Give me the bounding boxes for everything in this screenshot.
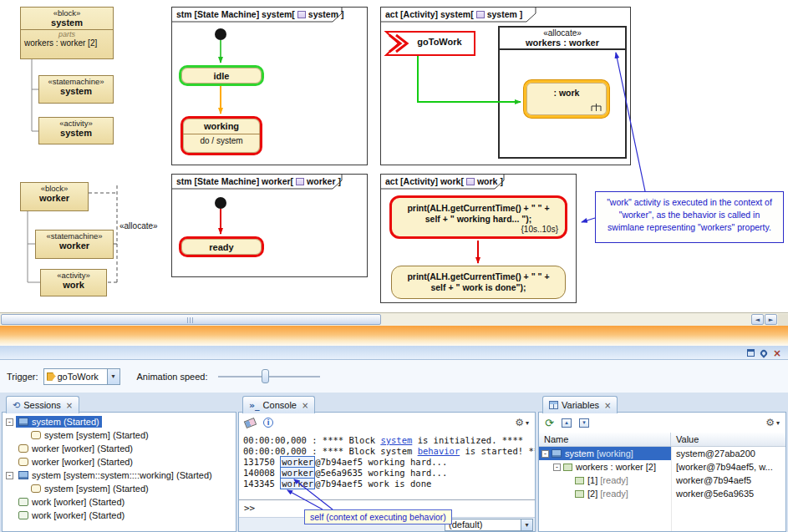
scroll-right-button[interactable]: ► <box>765 314 777 325</box>
tab-sessions[interactable]: ⟲ Sessions × <box>6 396 79 413</box>
session-label: system (Started) <box>32 417 99 427</box>
slider-thumb[interactable] <box>262 369 269 383</box>
variables-rows: -system [working]system@27aba200-workers… <box>539 447 785 531</box>
console-scope-value: (default) <box>445 519 521 529</box>
sessions-tab-label: Sessions <box>23 400 61 410</box>
variable-name: system [working] <box>565 448 633 459</box>
session-tree-item[interactable]: -system (Started) <box>3 415 236 428</box>
tab-console[interactable]: »_ Console × <box>242 396 315 413</box>
console-options-button[interactable]: ⚙ ▾ <box>515 418 529 428</box>
console-line: 00:00:00,000 : **** Block system is init… <box>243 435 531 446</box>
session-tree-item[interactable]: worker [worker] (Started) <box>3 455 236 469</box>
console-toolbar: i ⚙ ▾ <box>239 413 535 433</box>
diagram-canvas[interactable]: «block» system parts workers : worker [2… <box>0 0 788 312</box>
sessions-icon: ⟲ <box>13 401 20 410</box>
expand-all-icon[interactable]: ▴ <box>565 419 568 426</box>
work-action-label: : work <box>526 83 607 99</box>
scroll-left-button[interactable]: ◄ <box>751 314 764 325</box>
idle-state[interactable]: idle <box>179 65 264 86</box>
pin-icon[interactable] <box>759 348 768 357</box>
variable-value: system@27aba200 <box>671 448 755 459</box>
dropdown-arrow-icon[interactable]: ▾ <box>107 369 119 384</box>
ready-state[interactable]: ready <box>179 236 264 257</box>
column-header-value[interactable]: Value <box>671 434 699 444</box>
working-do-activity-label: do / system <box>183 134 260 145</box>
gotowork-accept-event[interactable]: goToWork <box>406 37 473 47</box>
session-label: system [system] (Started) <box>44 430 149 440</box>
console-object-ref[interactable]: worker <box>280 456 315 468</box>
scrollbar-thumb[interactable] <box>1 314 381 325</box>
close-icon[interactable]: × <box>302 401 308 410</box>
trigger-dropdown[interactable]: goToWork ▾ <box>43 368 120 385</box>
console-link[interactable]: system <box>380 435 412 445</box>
tree-expander-icon[interactable]: - <box>6 472 13 479</box>
stm-worker-frame[interactable] <box>171 174 368 277</box>
act-icon <box>18 511 28 519</box>
console-object-ref[interactable]: worker <box>280 467 315 479</box>
console-text: is initialized. **** <box>412 435 523 445</box>
tree-expander-icon[interactable]: - <box>541 450 549 458</box>
console-text: 143345 <box>243 479 280 489</box>
session-tree-item[interactable]: worker [worker] (Started) <box>3 442 236 455</box>
variable-row[interactable]: -workers : worker [2][worker@7b94aef5, w… <box>539 460 785 474</box>
refresh-icon[interactable]: ⟳ <box>545 418 554 428</box>
console-output[interactable]: 00:00:00,000 : **** Block system is init… <box>239 433 535 499</box>
session-tree-item[interactable]: system [system] (Started) <box>3 428 236 442</box>
console-line: 143345 worker@7b94aef5 work is done <box>243 479 531 489</box>
simulation-toolbar: Trigger: goToWork ▾ Animation speed: <box>0 360 788 393</box>
console-link[interactable]: behavior <box>418 446 460 456</box>
swimlane-stereotype: «allocate» <box>500 28 625 38</box>
scrollbar-corner <box>778 314 788 327</box>
close-icon[interactable]: × <box>66 401 73 410</box>
tree-expander-icon[interactable]: - <box>6 418 13 426</box>
variable-row[interactable]: [2] [ready]worker@5e6a9635 <box>539 487 785 500</box>
work-call-behavior-action[interactable]: : work <box>524 80 609 118</box>
block-system-node[interactable]: «block» system parts workers : worker [2… <box>20 7 114 59</box>
console-text: @7b94aef5 working hard... <box>315 457 447 467</box>
trigger-label: Trigger: <box>7 372 38 382</box>
session-tree-item[interactable]: work [worker] (Started) <box>3 509 236 522</box>
session-tree-item[interactable]: system [system] (Started) <box>3 482 236 495</box>
variable-row[interactable]: -system [working]system@27aba200 <box>539 447 785 460</box>
block-system-stereotype: «block» <box>21 8 113 18</box>
statemachine-worker-node[interactable]: «statemachine» worker <box>35 230 114 259</box>
activity-work-name: work <box>41 280 106 290</box>
animation-speed-slider[interactable] <box>218 368 320 384</box>
activity-work-node[interactable]: «activity» work <box>40 269 107 296</box>
statemachine-stereotype: «statemachine» <box>39 76 113 86</box>
print-done-action[interactable]: print(ALH.getCurrentTime() + " " + self … <box>391 266 566 299</box>
activity-system-node[interactable]: «activity» system <box>38 117 114 144</box>
collapse-all-icon[interactable]: ▾ <box>582 419 586 426</box>
session-tree-item[interactable]: -system [system::system::::working] (Sta… <box>3 469 236 482</box>
diagram-h-scrollbar[interactable]: ◄ ► <box>0 312 788 326</box>
annotation-note: "work" activity is executed in the conte… <box>595 191 784 243</box>
dropdown-arrow-icon[interactable]: ▾ <box>521 519 532 530</box>
animation-speed-label: Animation speed: <box>137 372 208 382</box>
close-icon[interactable]: × <box>604 401 611 410</box>
variables-toolbar: ⟳ ▴ ▾ ⚙ ▾ <box>539 413 785 433</box>
console-text: 131750 <box>243 457 280 467</box>
variables-options-button[interactable]: ⚙ ▾ <box>765 418 780 428</box>
console-object-ref[interactable]: worker <box>280 478 315 489</box>
tree-expander-icon[interactable]: - <box>553 464 561 471</box>
working-state[interactable]: working do / system <box>180 116 262 155</box>
statemachine-system-node[interactable]: «statemachine» system <box>38 75 114 104</box>
act-icon <box>18 498 28 506</box>
slider-track <box>218 376 320 377</box>
block-worker-stereotype: «block» <box>21 183 88 193</box>
variable-row[interactable]: [1] [ready]worker@7b94aef5 <box>539 474 785 487</box>
clear-console-icon[interactable] <box>244 417 257 428</box>
info-icon[interactable]: i <box>263 418 273 428</box>
tab-variables[interactable]: Variables × <box>542 396 618 413</box>
session-label: worker [worker] (Started) <box>32 443 133 453</box>
column-header-name[interactable]: Name <box>539 433 671 446</box>
close-icon[interactable]: × <box>773 348 781 358</box>
block-worker-node[interactable]: «block» worker <box>20 182 89 211</box>
console-scope-dropdown[interactable]: (default) ▾ <box>445 519 533 531</box>
working-state-label: working <box>183 119 260 134</box>
activity-diagram-icon <box>476 11 485 18</box>
print-working-action[interactable]: print(ALH.getCurrentTime() + " " + self … <box>389 195 567 239</box>
restore-icon[interactable] <box>747 349 755 357</box>
scroll-left-icon: ◄ <box>755 317 760 323</box>
session-tree-item[interactable]: work [worker] (Started) <box>3 495 236 509</box>
